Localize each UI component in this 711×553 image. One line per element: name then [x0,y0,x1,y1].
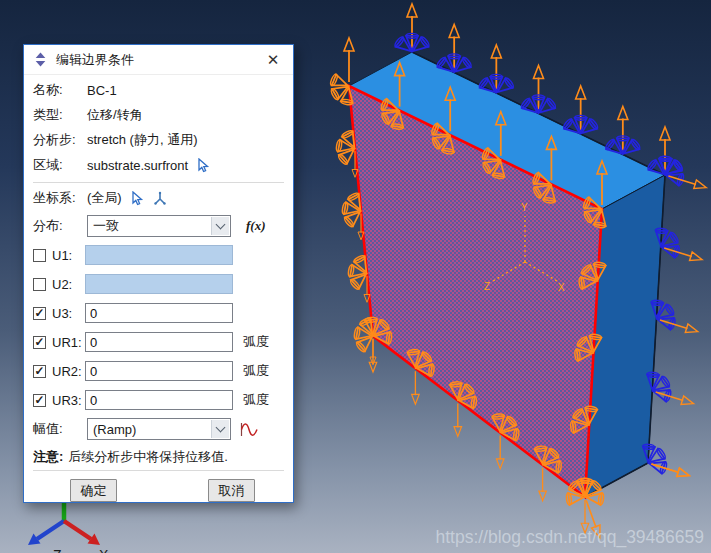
ur1-input[interactable] [85,332,233,352]
ok-button[interactable]: 确定 [70,479,117,502]
name-row: 名称: BC-1 [33,78,284,102]
dof-row-u1: U1: [33,243,284,267]
ur2-input[interactable] [85,361,233,381]
distribution-row: 分布: 一致 f(x) [33,213,284,239]
ur2-label: UR2: [52,364,85,379]
close-icon[interactable]: ✕ [262,51,284,69]
separator [33,182,284,183]
triad-icon [152,191,168,206]
view-triad-label-x: X [99,547,109,553]
cursor-icon [130,191,144,206]
amplitude-value: (Ramp) [93,422,136,437]
region-edit-button[interactable] [196,158,210,173]
amplitude-row: 幅值: (Ramp) [33,416,284,442]
cursor-icon [196,158,210,173]
abaqus-window: Y Z X Z X https://blog.csdn.net/qq_39486… [0,0,711,553]
distribution-value: 一致 [93,217,119,235]
note-row: 注意: 后续分析步中将保持位移值. [33,447,284,467]
distribution-label: 分布: [33,217,87,235]
csys-value: (全局) [87,189,122,207]
view-triad-label-z: Z [53,547,62,553]
ur1-checkbox[interactable] [33,336,46,349]
ur3-unit: 弧度 [243,391,269,409]
csys-label-y: Y [521,202,528,213]
u2-checkbox[interactable] [33,278,46,291]
separator [33,470,284,471]
amplitude-select[interactable]: (Ramp) [87,418,231,440]
csys-label-z: Z [484,281,490,292]
distribution-select[interactable]: 一致 [87,215,231,237]
watermark: https://blog.csdn.net/qq_39486659 [435,527,704,548]
chevron-down-icon [211,217,229,235]
u1-checkbox[interactable] [33,249,46,262]
csys-row: 坐标系: (全局) [33,186,284,210]
cancel-button[interactable]: 取消 [208,479,255,502]
note-text: 后续分析步中将保持位移值. [68,448,228,466]
u2-label: U2: [52,277,85,292]
chevron-down-icon [211,420,229,438]
ur1-label: UR1: [52,335,85,350]
u2-input[interactable] [85,274,233,294]
step-value: stretch (静力, 通用) [87,131,198,149]
dof-row-u3: U3: [33,301,284,325]
bc-dialog-icon [33,52,48,67]
region-label: 区域: [33,156,87,174]
name-label: 名称: [33,81,87,99]
ur1-unit: 弧度 [243,333,269,351]
u3-checkbox[interactable] [33,307,46,320]
dialog-title: 编辑边界条件 [56,51,134,69]
sine-wave-icon [239,421,259,438]
ur3-label: UR3: [52,393,85,408]
u1-input[interactable] [85,245,233,265]
fx-button[interactable]: f(x) [246,218,266,234]
dof-row-ur1: UR1: 弧度 [33,330,284,354]
amplitude-label: 幅值: [33,420,87,438]
csys-edit-button[interactable] [130,191,144,206]
csys-label-x: X [558,282,565,293]
ur3-input[interactable] [85,390,233,410]
create-amplitude-button[interactable] [239,421,259,438]
u3-label: U3: [52,306,85,321]
step-label: 分析步: [33,131,87,149]
name-value: BC-1 [87,83,117,98]
dof-row-u2: U2: [33,272,284,296]
dof-row-ur2: UR2: 弧度 [33,359,284,383]
dialog-titlebar[interactable]: 编辑边界条件 ✕ [24,45,293,75]
dof-row-ur3: UR3: 弧度 [33,388,284,412]
ur2-checkbox[interactable] [33,365,46,378]
ur3-checkbox[interactable] [33,394,46,407]
type-label: 类型: [33,106,87,124]
ur2-unit: 弧度 [243,362,269,380]
csys-label: 坐标系: [33,189,87,207]
u1-label: U1: [52,248,85,263]
step-row: 分析步: stretch (静力, 通用) [33,128,284,152]
region-row: 区域: substrate.surfront [33,153,284,177]
region-value: substrate.surfront [87,158,188,173]
type-row: 类型: 位移/转角 [33,103,284,127]
note-label: 注意: [33,448,63,466]
u3-input[interactable] [85,303,233,323]
edit-bc-dialog: 编辑边界条件 ✕ 名称: BC-1 类型: 位移/转角 分析步: stretch… [23,44,294,503]
type-value: 位移/转角 [87,106,143,124]
csys-create-button[interactable] [152,191,168,206]
